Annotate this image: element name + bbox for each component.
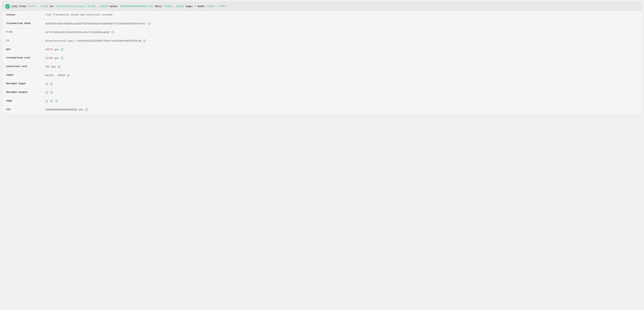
svg-rect-3 <box>112 32 113 34</box>
svg-rect-17 <box>50 92 52 94</box>
svg-rect-7 <box>61 49 62 51</box>
svg-rect-13 <box>67 75 69 77</box>
copy-icon-input[interactable] <box>66 73 70 77</box>
row-value-execution-cost: 131 gas <box>45 64 61 68</box>
table-row: gas24375 gas <box>2 45 642 54</box>
copy-icon-val[interactable] <box>85 108 88 111</box>
svg-rect-11 <box>58 66 60 68</box>
copy-icon-to[interactable] <box>143 39 146 43</box>
svg-rect-15 <box>50 83 52 85</box>
table-row: execution cost131 gas <box>2 62 642 71</box>
copy-icon-from[interactable] <box>111 30 114 34</box>
table-row: input0x1b9...265b8 <box>2 71 642 80</box>
row-label-transaction-cost: transaction cost <box>6 56 45 59</box>
copy-icon-decoded-output[interactable] <box>50 91 54 94</box>
table-row: decoded input{} <box>2 80 642 88</box>
transaction-header: [vm] from: 0x787...cabaB to: OrderContra… <box>2 2 642 11</box>
table-row: decoded output{} <box>2 88 642 97</box>
rows-container: statustrue Transaction mined and executi… <box>2 11 642 114</box>
table-row: val500000000000000000000 wei <box>2 106 642 114</box>
row-label-status: status <box>6 13 45 16</box>
svg-rect-19 <box>50 100 52 102</box>
row-label-gas: gas <box>6 47 45 51</box>
row-value-transaction-cost: 21195 gas <box>45 56 64 60</box>
row-label-from: from <box>6 30 45 33</box>
row-value-transaction-hash: 0xb8555fa56e380b81aa3d19720f6e484eb4cb00… <box>45 21 151 25</box>
row-value-input: 0x1b9...265b8 <box>45 73 70 77</box>
row-label-execution-cost: execution cost <box>6 64 45 68</box>
row-label-val: val <box>6 107 45 111</box>
svg-rect-1 <box>148 23 150 25</box>
table-row: from0x78731D3Ca6b7E34aC0F824c42a7cC18A49… <box>2 28 642 37</box>
row-label-input: input <box>6 73 45 76</box>
copy-icon-decoded-input[interactable] <box>50 82 54 86</box>
row-label-to: to <box>6 39 45 42</box>
copy-icon2-logs[interactable] <box>55 99 58 103</box>
row-label-transaction-hash: transaction hash <box>6 21 45 25</box>
row-label-logs: logs <box>6 99 45 102</box>
table-row: toOrderContract1.pay() 0xd9145CCE52D386f… <box>2 37 642 45</box>
header-vm-tag: [vm] from: 0x787...cabaB to: OrderContra… <box>12 4 227 8</box>
table-row: transaction cost21195 gas <box>2 54 642 62</box>
table-row: statustrue Transaction mined and executi… <box>2 11 642 19</box>
row-value-to: OrderContract1.pay() 0xd9145CCE52D386f25… <box>45 39 146 43</box>
copy-icon-logs[interactable] <box>50 99 54 103</box>
svg-rect-9 <box>61 57 62 59</box>
row-value-logs: [] <box>45 99 58 103</box>
copy-icon-gas[interactable] <box>60 48 64 51</box>
row-label-decoded-output: decoded output <box>6 90 45 94</box>
svg-rect-5 <box>144 40 145 42</box>
copy-icon-transaction-cost[interactable] <box>60 56 64 60</box>
transaction-details-panel: [vm] from: 0x787...cabaB to: OrderContra… <box>2 2 642 114</box>
row-value-gas: 24375 gas <box>45 47 64 51</box>
row-value-status: true Transaction mined and execution suc… <box>45 13 112 16</box>
row-label-decoded-input: decoded input <box>6 82 45 85</box>
svg-rect-23 <box>86 109 87 111</box>
copy-icon-execution-cost[interactable] <box>58 65 61 68</box>
copy-icon-transaction-hash[interactable] <box>148 22 151 25</box>
table-row: transaction hash0xb8555fa56e380b81aa3d19… <box>2 19 642 28</box>
row-value-val: 500000000000000000000 wei <box>45 107 88 111</box>
row-value-decoded-input: {} <box>45 82 54 86</box>
success-check-icon <box>5 4 10 9</box>
table-row: logs[] <box>2 97 642 106</box>
row-value-from: 0x78731D3Ca6b7E34aC0F824c42a7cC18A495cab… <box>45 30 114 34</box>
svg-rect-21 <box>56 100 57 102</box>
row-value-decoded-output: {} <box>45 90 54 94</box>
